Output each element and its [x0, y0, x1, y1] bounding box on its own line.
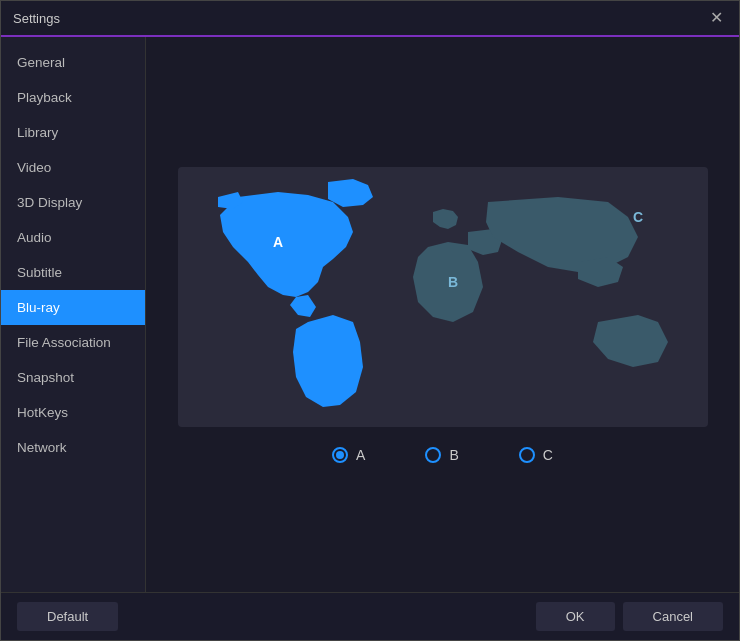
- region-b-label: B: [449, 447, 458, 463]
- cancel-button[interactable]: Cancel: [623, 602, 723, 631]
- region-b-radio[interactable]: [425, 447, 441, 463]
- world-map-container: C B A: [178, 167, 708, 427]
- sidebar-item-general[interactable]: General: [1, 45, 145, 80]
- region-b-map-label: B: [448, 274, 458, 290]
- region-a-label: A: [356, 447, 365, 463]
- region-a-map-label: A: [273, 234, 283, 250]
- world-map: C B A: [178, 167, 708, 427]
- settings-window: Settings ✕ General Playback Library Vide…: [0, 0, 740, 641]
- sidebar-item-snapshot[interactable]: Snapshot: [1, 360, 145, 395]
- title-bar: Settings ✕: [1, 1, 739, 37]
- sidebar-item-audio[interactable]: Audio: [1, 220, 145, 255]
- sidebar-item-subtitle[interactable]: Subtitle: [1, 255, 145, 290]
- close-button[interactable]: ✕: [706, 8, 727, 28]
- region-options: A B C: [332, 447, 553, 463]
- sidebar-item-file-association[interactable]: File Association: [1, 325, 145, 360]
- region-a-radio[interactable]: [332, 447, 348, 463]
- default-button[interactable]: Default: [17, 602, 118, 631]
- sidebar-item-network[interactable]: Network: [1, 430, 145, 465]
- region-c-label: C: [543, 447, 553, 463]
- sidebar: General Playback Library Video 3D Displa…: [1, 37, 146, 592]
- region-c-option[interactable]: C: [519, 447, 553, 463]
- window-title: Settings: [13, 11, 60, 26]
- ok-button[interactable]: OK: [536, 602, 615, 631]
- region-a-option[interactable]: A: [332, 447, 365, 463]
- region-b-option[interactable]: B: [425, 447, 458, 463]
- sidebar-item-playback[interactable]: Playback: [1, 80, 145, 115]
- sidebar-item-hotkeys[interactable]: HotKeys: [1, 395, 145, 430]
- footer: Default OK Cancel: [1, 592, 739, 640]
- main-content: General Playback Library Video 3D Displa…: [1, 37, 739, 592]
- footer-right-buttons: OK Cancel: [536, 602, 723, 631]
- bluray-panel: C B A: [146, 37, 739, 592]
- region-c-radio[interactable]: [519, 447, 535, 463]
- sidebar-item-3d-display[interactable]: 3D Display: [1, 185, 145, 220]
- region-c-map-label: C: [633, 209, 643, 225]
- sidebar-item-bluray[interactable]: Blu-ray: [1, 290, 145, 325]
- sidebar-item-library[interactable]: Library: [1, 115, 145, 150]
- sidebar-item-video[interactable]: Video: [1, 150, 145, 185]
